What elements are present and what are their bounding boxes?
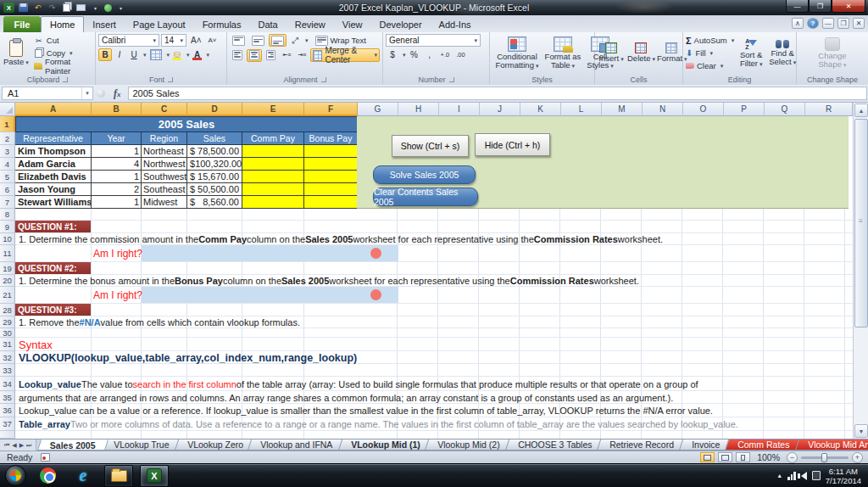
row-header[interactable]: 3 xyxy=(0,145,15,158)
close-button[interactable]: ✕ xyxy=(832,0,865,13)
column-header[interactable]: P xyxy=(724,103,765,116)
row-header[interactable]: 6 xyxy=(0,183,15,196)
fill-color-button[interactable]: ⛁ xyxy=(170,48,184,61)
cell-region[interactable]: Midwest xyxy=(142,196,187,209)
row-28[interactable]: QUESTION #3: xyxy=(15,304,853,316)
save-icon[interactable] xyxy=(18,3,29,13)
cell-comm-pay[interactable] xyxy=(242,158,304,171)
cell-year[interactable]: 2 xyxy=(92,183,142,196)
insert-cells-button[interactable]: Insert▾ xyxy=(598,34,625,72)
cell-sales[interactable]: $50,500.00 xyxy=(187,183,242,196)
column-header[interactable]: R xyxy=(805,103,853,116)
decrease-indent-button[interactable]: ⇤≡ xyxy=(280,49,293,62)
align-bottom-button[interactable] xyxy=(269,34,287,47)
percent-style-button[interactable]: % xyxy=(408,48,421,61)
zoom-out-icon[interactable]: − xyxy=(787,452,798,463)
row-header[interactable]: 34 xyxy=(0,377,15,391)
table-row[interactable]: Adam Garcia 4 Northwest $100,320.00 xyxy=(15,158,358,171)
column-header[interactable]: O xyxy=(683,103,724,116)
table-header-cell[interactable]: Representative xyxy=(15,132,92,145)
cell-sales[interactable]: $15,670.00 xyxy=(187,171,242,183)
font-family-select[interactable]: Calibri▾ xyxy=(98,34,159,47)
row-header[interactable]: 8 xyxy=(0,209,15,221)
format-cells-button[interactable]: Format▾ xyxy=(657,34,686,72)
question3-label[interactable]: QUESTION #3: xyxy=(15,304,91,316)
grow-font-button[interactable]: A˄ xyxy=(188,34,204,47)
row-header[interactable]: 19 xyxy=(0,262,15,275)
row-2[interactable]: RepresentativeYearRegionSalesComm PayBon… xyxy=(15,132,358,145)
fill-button[interactable]: ⬇Fill▾ xyxy=(686,48,734,59)
cell-representative[interactable]: Elizabeth Davis xyxy=(15,171,92,183)
table-header-cell[interactable]: Region xyxy=(142,132,187,145)
row-header[interactable]: 5 xyxy=(0,171,15,183)
vertical-scrollbar[interactable]: ▲ ▼ xyxy=(853,103,868,439)
macro-sphere-icon[interactable] xyxy=(104,4,112,12)
row-37[interactable]: Table_array Two or more columns of data.… xyxy=(15,417,853,431)
print-preview-icon[interactable] xyxy=(61,3,72,13)
column-header-selected[interactable]: C xyxy=(142,103,187,116)
row-36[interactable]: Lookup_value can be a value or a referen… xyxy=(15,404,853,417)
row-header[interactable]: 1 xyxy=(0,116,15,132)
row-header[interactable] xyxy=(0,431,15,439)
row-header[interactable]: 11 xyxy=(0,245,15,262)
action-center-icon[interactable] xyxy=(812,471,821,480)
row-11[interactable]: Am I right? xyxy=(15,245,853,262)
row-19[interactable]: QUESTION #2: xyxy=(15,262,853,275)
network-icon[interactable] xyxy=(787,472,796,480)
column-header[interactable]: K xyxy=(520,103,561,116)
align-left-button[interactable] xyxy=(230,49,245,62)
first-sheet-icon[interactable]: ⏮ xyxy=(4,442,9,449)
cell-year[interactable]: 1 xyxy=(92,171,142,183)
select-all-corner[interactable] xyxy=(0,103,15,116)
sheet-tab[interactable]: Sales 2005 xyxy=(37,439,108,451)
restore-button[interactable]: ❐ xyxy=(809,0,832,13)
font-size-select[interactable]: 14▾ xyxy=(161,34,186,47)
table-header-cell[interactable]: Sales xyxy=(187,132,242,145)
scrollbar-thumb[interactable] xyxy=(854,119,868,327)
row-9[interactable]: QUESTION #1: xyxy=(15,221,853,233)
name-box-dropdown-icon[interactable]: ▾ xyxy=(81,87,92,99)
taskbar-explorer-button[interactable] xyxy=(104,465,133,487)
row-header[interactable]: 29 xyxy=(0,316,15,328)
excel-logo-icon[interactable]: X xyxy=(3,3,14,13)
sheet-tab[interactable]: Vlookup Mid (2) xyxy=(425,439,513,451)
question2-label[interactable]: QUESTION #2: xyxy=(15,262,91,274)
row-30[interactable] xyxy=(15,328,853,338)
cell-representative[interactable]: Adam Garcia xyxy=(15,158,92,171)
cell-bonus-pay[interactable] xyxy=(304,196,358,209)
increase-decimal-button[interactable]: +.0 xyxy=(438,48,453,61)
sheet-tab[interactable]: VLookup True xyxy=(101,439,182,451)
sheet-tab[interactable]: CHOOSE 3 Tables xyxy=(505,439,605,451)
row-33[interactable] xyxy=(15,364,853,377)
row-header[interactable]: 33 xyxy=(0,364,15,377)
column-header[interactable]: L xyxy=(561,103,602,116)
italic-button[interactable]: I xyxy=(113,48,126,61)
solve-sales-button[interactable]: Solve Sales 2005 xyxy=(373,165,476,184)
cell-year[interactable]: 1 xyxy=(92,196,142,209)
cell-bonus-pay[interactable] xyxy=(304,183,358,196)
cell-sales[interactable]: $100,320.00 xyxy=(187,158,242,171)
page-break-view-icon[interactable] xyxy=(736,452,750,462)
ribbon-tab[interactable]: Developer xyxy=(370,16,430,32)
taskbar-chrome-button[interactable] xyxy=(33,465,62,487)
last-sheet-icon[interactable]: ⏭ xyxy=(26,442,31,449)
cell-representative[interactable]: Kim Thompson xyxy=(15,145,92,158)
table-header-cell[interactable]: Year xyxy=(92,132,142,145)
column-header-selected[interactable]: B xyxy=(92,103,142,116)
cell-representative[interactable]: Jason Young xyxy=(15,183,92,196)
minimize-button[interactable]: — xyxy=(786,0,809,13)
ribbon-tab[interactable]: Insert xyxy=(84,16,125,32)
show-hidden-icons-icon[interactable]: ▲ xyxy=(776,473,782,479)
clear-button[interactable]: Clear▾ xyxy=(686,60,734,72)
ribbon-tab[interactable]: Review xyxy=(287,16,334,32)
alignment-dialog-launcher[interactable] xyxy=(321,77,326,82)
column-header[interactable]: Q xyxy=(765,103,805,116)
normal-view-icon[interactable] xyxy=(700,452,715,462)
zoom-slider-thumb[interactable] xyxy=(821,453,827,462)
ribbon-tab[interactable]: Data xyxy=(249,16,286,32)
cell-region[interactable]: Northwest xyxy=(142,158,187,171)
cell-region[interactable]: Northeast xyxy=(142,145,187,158)
column-header[interactable]: M xyxy=(602,103,643,116)
paste-button[interactable]: Paste▾ xyxy=(3,34,30,72)
scroll-up-icon[interactable]: ▲ xyxy=(854,104,868,117)
